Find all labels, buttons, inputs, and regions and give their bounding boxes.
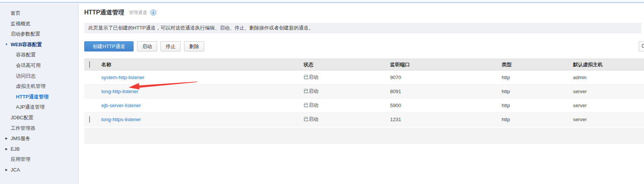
table-row: tong-http-listener 已启动 8091 http server <box>84 84 644 98</box>
type-cell: http <box>502 117 573 122</box>
select-all-checkbox[interactable] <box>89 61 90 68</box>
start-button[interactable]: 启动 <box>137 41 157 51</box>
vhost-cell: server <box>573 89 644 94</box>
create-http-channel-button[interactable]: 创建HTTP通道 <box>84 41 134 51</box>
sidebar-item-work-manager[interactable]: 工作管理器 <box>0 123 78 134</box>
column-header-vhost: 默认虚拟主机 <box>573 61 644 68</box>
sidebar-item-access-log[interactable]: 访问日志 <box>0 71 78 81</box>
sidebar-item-container-config[interactable]: 容器配置 <box>0 50 78 60</box>
sidebar-item-ajp-channel[interactable]: AJP通道管理 <box>0 102 78 112</box>
sidebar-item-jca[interactable]: ▶ JCA <box>0 165 78 175</box>
port-cell: 8091 <box>390 89 502 94</box>
status-cell: 已启动 <box>304 102 390 109</box>
listener-link[interactable]: system-http-listener <box>101 75 144 80</box>
sidebar-item-ejb[interactable]: ▶ EJB <box>0 144 78 154</box>
chevron-down-icon: ▼ <box>4 39 9 50</box>
sidebar-item-web-container[interactable]: ▼ WEB容器配置 <box>0 39 78 50</box>
page-description: 此页显示了已创建的HTTP通道，可以对这些通道执行编辑、启动、停止、删除操作或者… <box>84 23 641 33</box>
column-header-port: 监听端口 <box>390 61 502 68</box>
top-navbar-edge <box>0 0 644 3</box>
table-row: ejb-server-listener 已启动 5900 http server <box>84 98 644 112</box>
toolbar: 创建HTTP通道 启动 停止 删除 <box>84 41 208 51</box>
chevron-right-icon: ▶ <box>4 133 9 144</box>
column-header-type: 类型 <box>502 61 573 68</box>
search-button[interactable] <box>639 41 644 51</box>
type-cell: http <box>502 75 573 80</box>
sidebar-item-jms[interactable]: ▶ JMS服务 <box>0 133 78 144</box>
page-subtitle: 管理通道 <box>129 9 147 16</box>
port-cell: 1231 <box>390 117 502 122</box>
stop-button[interactable]: 停止 <box>161 41 181 51</box>
sidebar: 首页 监视概览 启动参数配置 ▼ WEB容器配置 容器配置 会话高可用 访问日志… <box>0 4 79 184</box>
page-header: HTTP通道管理 管理通道 i <box>84 8 156 17</box>
sidebar-item-monitor-overview[interactable]: 监视概览 <box>0 19 78 29</box>
column-header-name: 名称 <box>101 61 304 68</box>
port-cell: 5900 <box>390 103 502 108</box>
info-icon[interactable]: i <box>150 9 156 16</box>
vhost-cell: server <box>573 103 644 108</box>
table-footer-area <box>84 128 644 144</box>
table-row: tong-https-listener 已启动 1231 http server <box>84 112 644 126</box>
listener-link[interactable]: tong-http-listener <box>101 89 139 94</box>
sidebar-item-jdbc[interactable]: JDBC配置 <box>0 112 78 123</box>
status-cell: 已启动 <box>304 116 390 123</box>
sidebar-item-app-mgmt[interactable]: 应用管理 <box>0 154 78 165</box>
http-channel-table: 名称 状态 监听端口 类型 默认虚拟主机 system-http-listene… <box>84 59 644 144</box>
type-cell: http <box>502 89 573 94</box>
search-icon <box>641 44 644 49</box>
type-cell: http <box>502 103 573 108</box>
vhost-cell: admin <box>573 75 644 80</box>
chevron-right-icon: ▶ <box>4 144 9 154</box>
listener-link[interactable]: tong-https-listener <box>101 117 141 122</box>
sidebar-item-startup-params[interactable]: 启动参数配置 <box>0 29 78 39</box>
delete-button[interactable]: 删除 <box>184 41 204 51</box>
column-header-status: 状态 <box>304 61 390 68</box>
sidebar-item-http-channel[interactable]: HTTP通道管理 <box>0 92 78 102</box>
status-cell: 已启动 <box>304 88 390 95</box>
status-cell: 已启动 <box>304 74 390 81</box>
sidebar-item-vhost-mgmt[interactable]: 虚拟主机管理 <box>0 81 78 92</box>
http-channel-management-page: 首页 监视概览 启动参数配置 ▼ WEB容器配置 容器配置 会话高可用 访问日志… <box>0 0 644 184</box>
table-header-row: 名称 状态 监听端口 类型 默认虚拟主机 <box>84 59 644 70</box>
port-cell: 9070 <box>390 75 502 80</box>
chevron-right-icon: ▶ <box>4 165 9 175</box>
sidebar-item-session-ha[interactable]: 会话高可用 <box>0 60 78 71</box>
row-checkbox[interactable] <box>89 116 90 123</box>
listener-link[interactable]: ejb-server-listener <box>101 103 141 108</box>
sidebar-item-home[interactable]: 首页 <box>0 8 78 19</box>
table-row: system-http-listener 已启动 9070 http admin <box>84 70 644 84</box>
page-title: HTTP通道管理 <box>84 9 124 17</box>
vhost-cell: server <box>573 117 644 122</box>
